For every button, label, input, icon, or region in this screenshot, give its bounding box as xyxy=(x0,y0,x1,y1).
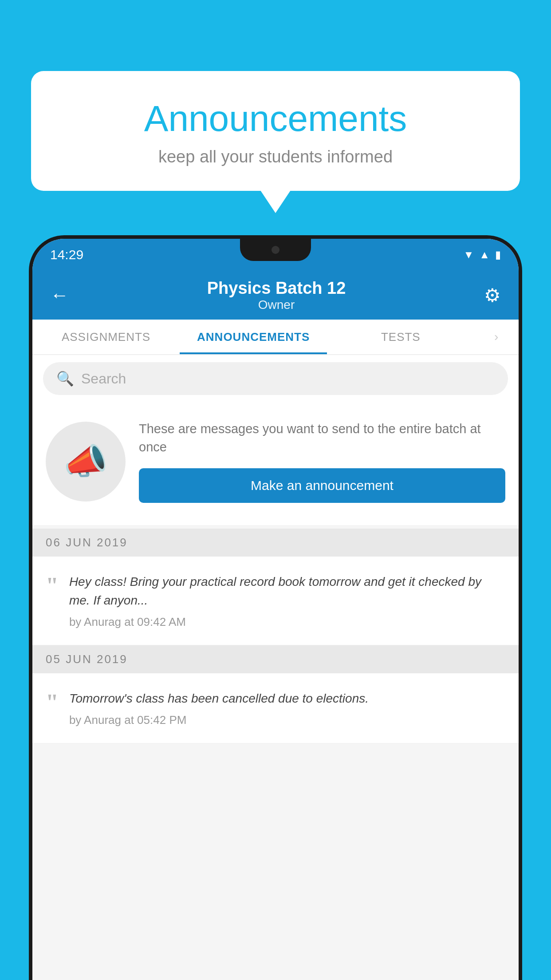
announcement-item-1[interactable]: " Hey class! Bring your practical record… xyxy=(32,557,519,645)
wifi-icon: ▼ xyxy=(463,249,474,261)
announcement-item-2[interactable]: " Tomorrow's class has been cancelled du… xyxy=(32,673,519,743)
announcement-prompt: 📣 These are messages you want to send to… xyxy=(32,402,519,525)
date-label-2: 05 JUN 2019 xyxy=(46,652,128,666)
announcement-content-1: Hey class! Bring your practical record b… xyxy=(69,573,505,629)
date-separator-1: 06 JUN 2019 xyxy=(32,529,519,557)
signal-icon: ▲ xyxy=(479,249,490,261)
bubble-title: Announcements xyxy=(67,98,484,139)
camera-dot xyxy=(272,246,279,254)
announcement-text-2: Tomorrow's class has been cancelled due … xyxy=(69,689,505,708)
quote-icon-2: " xyxy=(46,691,59,727)
tab-announcements[interactable]: ANNOUNCEMENTS xyxy=(180,320,327,354)
announcement-meta-1: by Anurag at 09:42 AM xyxy=(69,615,186,628)
status-icons: ▼ ▲ ▮ xyxy=(463,249,501,261)
battery-icon: ▮ xyxy=(495,249,501,261)
tab-tests[interactable]: TESTS xyxy=(327,320,474,354)
search-icon: 🔍 xyxy=(56,370,74,387)
content-area: 🔍 Search 📣 These are messages you want t… xyxy=(32,355,519,980)
announcement-content-2: Tomorrow's class has been cancelled due … xyxy=(69,689,505,727)
back-button[interactable]: ← xyxy=(46,280,73,310)
phone-frame: 14:29 ▼ ▲ ▮ ← Physics Batch 12 Owner ⚙ xyxy=(29,235,522,980)
search-placeholder: Search xyxy=(81,371,126,387)
make-announcement-button[interactable]: Make an announcement xyxy=(139,468,505,503)
quote-icon-1: " xyxy=(46,574,59,629)
date-separator-2: 05 JUN 2019 xyxy=(32,645,519,673)
tab-more[interactable]: › xyxy=(474,320,519,354)
header-title: Physics Batch 12 xyxy=(73,279,480,298)
header-subtitle: Owner xyxy=(73,298,480,312)
tabs-container: ASSIGNMENTS ANNOUNCEMENTS TESTS › xyxy=(32,320,519,355)
tab-assignments[interactable]: ASSIGNMENTS xyxy=(32,320,180,354)
search-container: 🔍 Search xyxy=(32,355,519,402)
status-time: 14:29 xyxy=(50,247,83,262)
prompt-content: These are messages you want to send to t… xyxy=(139,420,505,503)
search-bar[interactable]: 🔍 Search xyxy=(43,362,508,395)
phone-screen: 14:29 ▼ ▲ ▮ ← Physics Batch 12 Owner ⚙ xyxy=(32,239,519,980)
megaphone-circle: 📣 xyxy=(46,422,126,502)
notch xyxy=(240,239,311,261)
speech-bubble: Announcements keep all your students inf… xyxy=(31,71,520,191)
status-bar: 14:29 ▼ ▲ ▮ xyxy=(32,239,519,271)
bubble-subtitle: keep all your students informed xyxy=(67,147,484,166)
announcement-text-1: Hey class! Bring your practical record b… xyxy=(69,573,505,610)
header-title-container: Physics Batch 12 Owner xyxy=(73,279,480,312)
phone-inner: 14:29 ▼ ▲ ▮ ← Physics Batch 12 Owner ⚙ xyxy=(32,239,519,980)
megaphone-icon: 📣 xyxy=(63,441,108,482)
gear-icon[interactable]: ⚙ xyxy=(480,280,505,311)
date-label-1: 06 JUN 2019 xyxy=(46,536,128,549)
speech-bubble-container: Announcements keep all your students inf… xyxy=(31,71,520,191)
announcement-meta-2: by Anurag at 05:42 PM xyxy=(69,713,187,727)
app-header: ← Physics Batch 12 Owner ⚙ xyxy=(32,271,519,320)
prompt-text: These are messages you want to send to t… xyxy=(139,420,505,456)
